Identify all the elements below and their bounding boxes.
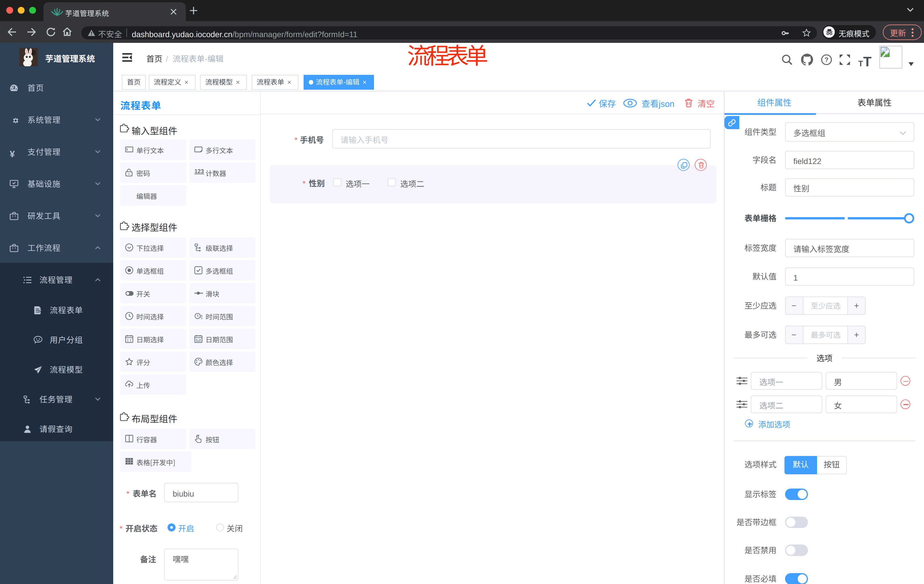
- svg-text:?: ?: [825, 57, 828, 63]
